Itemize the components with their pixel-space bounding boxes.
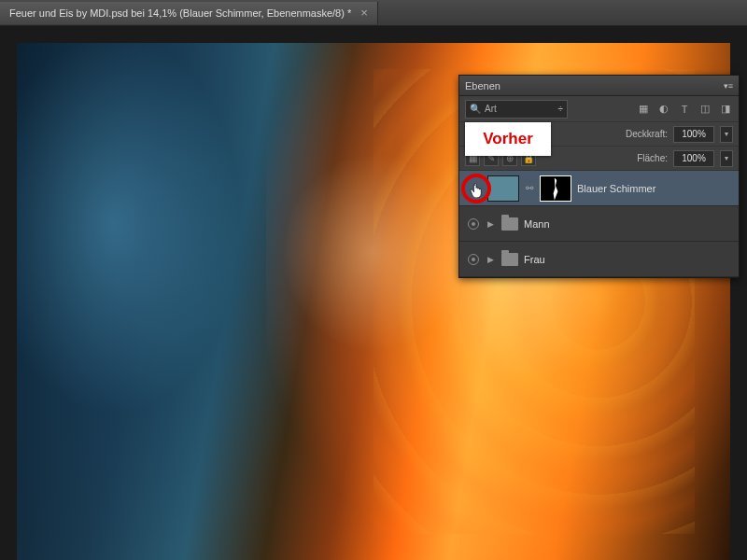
expand-arrow-icon[interactable]: ▶ (487, 219, 494, 229)
layer-filter-row: 🔍 Art ÷ ▦ ◐ T ◫ ◨ (459, 96, 739, 122)
cursor-hand-icon (470, 183, 483, 198)
layer-row-blauer-schimmer[interactable]: ⚯ Blauer Schimmer (459, 171, 739, 206)
annotation-vorher: Vorher (465, 122, 551, 156)
layer-list: ⚯ Blauer Schimmer ▶ Mann ▶ Frau (459, 171, 739, 277)
filter-pixel-icon[interactable]: ▦ (636, 102, 651, 117)
layer-row-frau[interactable]: ▶ Frau (459, 242, 739, 277)
layers-panel-header: Ebenen ▾≡ (459, 76, 739, 96)
filter-adjust-icon[interactable]: ◐ (656, 102, 671, 117)
layers-panel-title[interactable]: Ebenen (465, 80, 500, 91)
opacity-dropdown-icon[interactable]: ▾ (720, 126, 733, 143)
layer-name-label[interactable]: Blauer Schimmer (577, 183, 655, 194)
document-tab-title: Feuer und Eis by MDI.psd bei 14,1% (Blau… (9, 7, 351, 19)
panel-header-icons: ▾≡ (724, 79, 733, 92)
dropdown-icon: ÷ (558, 104, 564, 114)
eye-icon (468, 254, 479, 265)
layers-panel: Ebenen ▾≡ 🔍 Art ÷ ▦ ◐ T ◫ ◨ Vorher Deckk… (458, 75, 740, 278)
link-icon[interactable]: ⚯ (525, 183, 534, 193)
folder-icon (501, 253, 518, 266)
search-icon: 🔍 (470, 104, 481, 114)
layer-filter-icons: ▦ ◐ T ◫ ◨ (636, 102, 733, 117)
fill-label: Fläche: (637, 153, 668, 163)
filter-type-icon[interactable]: T (677, 102, 692, 117)
layer-name-label[interactable]: Mann (524, 218, 550, 230)
layer-mask-thumbnail[interactable] (540, 175, 571, 202)
fill-dropdown-icon[interactable]: ▾ (720, 150, 733, 167)
eye-icon (468, 218, 479, 230)
layer-thumbnail[interactable] (487, 175, 519, 202)
layer-name-label[interactable]: Frau (524, 254, 545, 265)
folder-icon (501, 217, 518, 231)
layer-kind-label: Art (485, 104, 497, 114)
artwork-highlight (266, 136, 480, 369)
visibility-toggle[interactable] (465, 218, 482, 230)
filter-smart-icon[interactable]: ◨ (718, 102, 733, 117)
panel-menu-icon[interactable]: ▾≡ (724, 79, 733, 92)
visibility-toggle[interactable] (465, 254, 482, 265)
close-icon[interactable]: × (360, 6, 368, 20)
document-tab-bar: Feuer und Eis by MDI.psd bei 14,1% (Blau… (0, 0, 747, 26)
layer-row-mann[interactable]: ▶ Mann (459, 206, 739, 242)
opacity-label: Deckkraft: (626, 129, 668, 139)
layer-kind-filter[interactable]: 🔍 Art ÷ (465, 100, 568, 119)
expand-arrow-icon[interactable]: ▶ (487, 255, 494, 264)
opacity-value[interactable]: 100% (673, 126, 714, 143)
filter-shape-icon[interactable]: ◫ (698, 102, 712, 117)
fill-value[interactable]: 100% (673, 150, 714, 167)
document-tab[interactable]: Feuer und Eis by MDI.psd bei 14,1% (Blau… (0, 2, 378, 24)
